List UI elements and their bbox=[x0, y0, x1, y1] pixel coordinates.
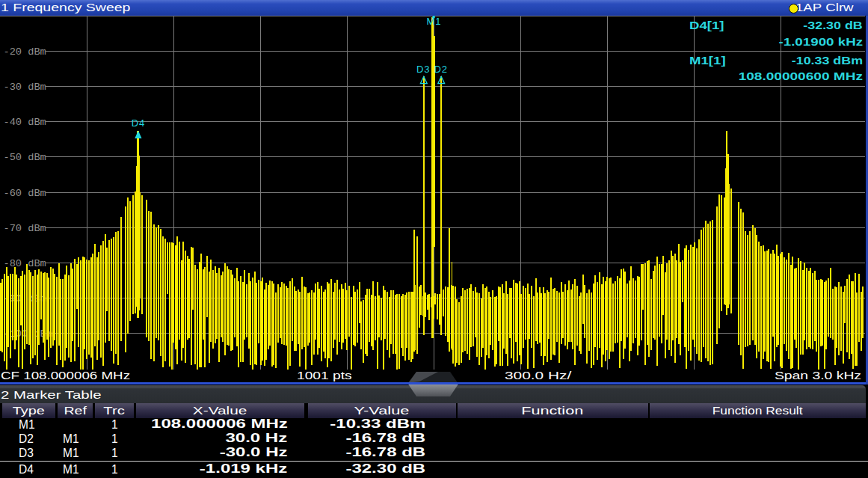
svg-text:-60 dBm: -60 dBm bbox=[4, 188, 46, 199]
svg-text:D4: D4 bbox=[132, 117, 146, 129]
svg-text:-50 dBm: -50 dBm bbox=[4, 153, 46, 164]
svg-text:-40 dBm: -40 dBm bbox=[4, 117, 46, 129]
svg-text:-70 dBm: -70 dBm bbox=[4, 223, 46, 234]
svg-text:-80 dBm: -80 dBm bbox=[4, 258, 46, 269]
